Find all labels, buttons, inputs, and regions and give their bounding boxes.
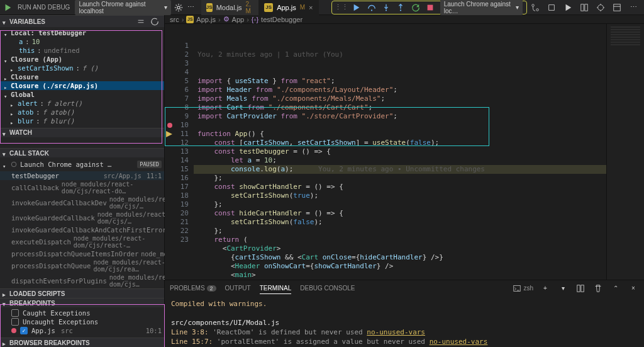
code-area[interactable]: You, 2 minutes ago | 1 author (You) impo…: [194, 24, 644, 280]
collapse-all-icon[interactable]: [135, 16, 147, 27]
svg-rect-4: [428, 4, 433, 10]
checkbox[interactable]: [11, 318, 19, 326]
step-out-icon[interactable]: [396, 2, 406, 13]
git-compare-icon[interactable]: [530, 2, 541, 13]
line-gutter[interactable]: 1234567891011121314151617181920212223: [165, 24, 194, 280]
svg-point-2: [386, 9, 387, 11]
breakpoint-item[interactable]: App.js src 10:1: [0, 326, 164, 335]
variable-scope[interactable]: Closure (App): [0, 55, 164, 64]
callstack-frame[interactable]: invokeGuardedCallbacknode_modules/react-…: [0, 210, 164, 225]
tab-label: Modal.js: [216, 4, 242, 11]
stop-icon[interactable]: [425, 2, 435, 13]
callstack-frame[interactable]: invokeGuardedCallbackAndCatchFirstErrorn…: [0, 225, 164, 234]
breakpoint-dot-icon: [11, 328, 16, 333]
callstack-frame[interactable]: processDispatchQueueItemsInOrdernode_mod…: [0, 249, 164, 258]
variable-row[interactable]: a: 10: [0, 37, 164, 46]
callstack-frame[interactable]: callCallbacknode_modules/react-dom/cjs/r…: [0, 180, 164, 195]
run-file-icon[interactable]: [562, 2, 574, 13]
tab-label: App.js: [277, 4, 296, 11]
close-icon[interactable]: ×: [309, 4, 313, 11]
variable-scope[interactable]: Local: testDebugger: [0, 28, 164, 37]
layout-icon[interactable]: [611, 2, 623, 13]
svg-point-1: [370, 9, 372, 11]
svg-point-0: [177, 6, 180, 8]
code-editor[interactable]: 1234567891011121314151617181920212223 Yo…: [165, 24, 644, 280]
breakpoint-uncaught-exceptions[interactable]: Uncaught Exceptions: [0, 317, 164, 326]
section-browser-breakpoints[interactable]: BROWSER BREAKPOINTS: [0, 338, 164, 347]
variable-row[interactable]: alert: f alert(): [0, 99, 164, 108]
svg-rect-8: [585, 4, 587, 11]
checkbox[interactable]: [11, 309, 19, 317]
js-icon: JS: [206, 3, 213, 12]
callstack-frame[interactable]: dispatchEventsForPluginsnode_modules/rea…: [0, 273, 164, 288]
debug-sidebar: VARIABLES Local: testDebuggera: 10this: …: [0, 15, 165, 347]
callstack-frame[interactable]: invokeGuardedCallbackDevnode_modules/rea…: [0, 195, 164, 210]
run-debug-label: RUN AND DEBUG: [15, 4, 72, 11]
open-changes-icon[interactable]: [546, 2, 557, 13]
section-callstack[interactable]: CALL STACK: [0, 148, 164, 157]
continue-icon[interactable]: [352, 2, 362, 13]
tab-app-js[interactable]: JS App.js M ×: [259, 0, 318, 15]
debug-config-select[interactable]: Launch Chrome against loc…▾: [440, 0, 523, 15]
gear-icon[interactable]: [174, 2, 184, 13]
run-debug-icon[interactable]: [595, 2, 606, 13]
more-editor-icon[interactable]: ⋯: [628, 2, 639, 13]
close-panel-icon[interactable]: ×: [628, 283, 639, 294]
svg-rect-7: [581, 4, 584, 11]
refresh-icon[interactable]: [149, 16, 160, 27]
tab-modal-js[interactable]: JS Modal.js 2, M: [201, 0, 259, 15]
svg-point-9: [598, 4, 604, 10]
svg-rect-10: [614, 4, 621, 11]
panel-tab-debug-console[interactable]: DEBUG CONSOLE: [300, 283, 355, 293]
blame-annotation: You, 2 minutes ago | 1 author (You): [194, 50, 644, 59]
section-variables[interactable]: VARIABLES: [0, 15, 164, 27]
panel-tab-output[interactable]: OUTPUT: [225, 283, 251, 293]
variable-scope[interactable]: Closure (./src/App.js): [0, 81, 164, 90]
run-icon[interactable]: [3, 2, 13, 13]
svg-rect-13: [577, 285, 580, 292]
section-breakpoints[interactable]: BREAKPOINTS: [0, 298, 164, 307]
split-editor-icon[interactable]: [579, 2, 590, 13]
breadcrumb[interactable]: src› JS App.js› ⚙ App› {◦} testDebugger: [165, 15, 644, 24]
variable-row[interactable]: this: undefined: [0, 46, 164, 55]
callstack-frame[interactable]: executeDispatchnode_modules/react-dom/cj…: [0, 234, 164, 249]
svg-point-11: [11, 162, 16, 167]
terminal-shell-label[interactable]: zsh: [513, 285, 533, 292]
svg-point-5: [532, 4, 535, 6]
drag-handle-icon[interactable]: ⋮⋮: [336, 2, 347, 13]
step-over-icon[interactable]: [367, 2, 376, 13]
editor-tabs: JS Modal.js 2, M JS App.js M ×: [201, 0, 319, 15]
terminal-output[interactable]: Compiled with warnings. src/components/U…: [165, 297, 644, 347]
callstack-session[interactable]: Launch Chrome against localhost: React A…: [0, 157, 164, 171]
section-loaded-scripts[interactable]: LOADED SCRIPTS: [0, 288, 164, 298]
breakpoint-caught-exceptions[interactable]: Caught Exceptions: [0, 309, 164, 317]
top-bar: RUN AND DEBUG Launch Chrome against loca…: [0, 0, 644, 15]
variable-row[interactable]: setCartIsShown: f (): [0, 64, 164, 72]
callstack-frame[interactable]: processDispatchQueuenode_modules/react-d…: [0, 258, 164, 273]
js-icon: JS: [186, 16, 194, 23]
debug-toolbar: ⋮⋮ Launch Chrome against loc…▾: [331, 1, 528, 14]
chevron-down-icon[interactable]: ▾: [557, 283, 569, 294]
checkbox[interactable]: [20, 327, 28, 334]
more-icon[interactable]: ⋯: [186, 2, 196, 13]
minimap[interactable]: [606, 24, 644, 280]
variable-row[interactable]: atob: f atob(): [0, 108, 164, 117]
panel-tab-terminal[interactable]: TERMINAL: [260, 283, 292, 294]
variable-scope[interactable]: Closure: [0, 72, 164, 81]
editor-actions: ⋯: [530, 2, 639, 13]
split-terminal-icon[interactable]: [575, 283, 586, 294]
callstack-list: Launch Chrome against localhost: React A…: [0, 157, 164, 288]
section-watch[interactable]: WATCH: [0, 128, 164, 137]
trash-icon[interactable]: [592, 283, 604, 294]
variable-row[interactable]: blur: f blur(): [0, 117, 164, 125]
maximize-panel-icon[interactable]: ⌃: [610, 283, 621, 294]
launch-config-select[interactable]: Launch Chrome against localhost▾: [75, 0, 170, 15]
bottom-panel: PROBLEMS2 OUTPUT TERMINAL DEBUG CONSOLE …: [165, 280, 644, 347]
debug-session-icon: [10, 159, 18, 170]
variable-scope[interactable]: Global: [0, 90, 164, 99]
plus-icon[interactable]: +: [540, 283, 551, 294]
restart-icon[interactable]: [411, 2, 420, 13]
callstack-frame[interactable]: testDebuggersrc/App.js11:1: [0, 171, 164, 180]
svg-point-6: [536, 8, 539, 11]
step-into-icon[interactable]: [381, 2, 391, 13]
